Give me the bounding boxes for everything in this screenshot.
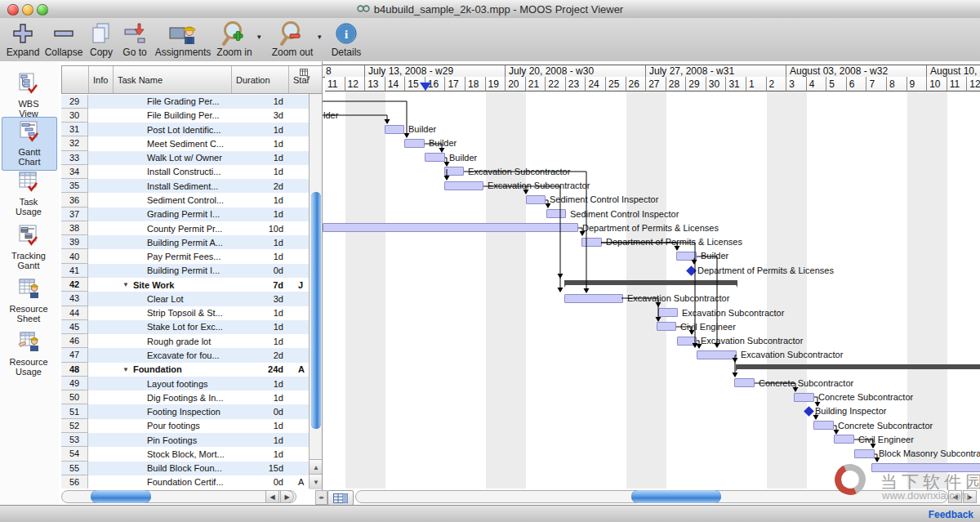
expand-button[interactable]: Expand bbox=[3, 20, 42, 60]
chart-scroll-right-arrow[interactable]: ▶ bbox=[963, 490, 977, 503]
current-date-marker-icon bbox=[420, 83, 431, 91]
table-row[interactable]: 49Layout footings1d bbox=[61, 377, 309, 390]
table-row[interactable]: 43Clear Lot3d bbox=[61, 292, 309, 306]
table-row[interactable]: 42▼Site Work7dJ bbox=[61, 278, 309, 292]
row-number: 51 bbox=[61, 404, 88, 418]
table-row[interactable]: 44Strip Topsoil & St...1d bbox=[61, 306, 309, 320]
cell-duration: 7d bbox=[231, 278, 288, 292]
table-vertical-scrollbar-thumb[interactable] bbox=[311, 192, 321, 429]
scroll-down-arrow[interactable]: ▼ bbox=[310, 474, 322, 489]
zoom-out-button[interactable]: Zoom out bbox=[269, 20, 316, 60]
zoom-in-icon bbox=[220, 20, 248, 47]
column-header-duration[interactable]: Duration bbox=[232, 66, 289, 93]
dependency-lines bbox=[323, 91, 980, 489]
table-row[interactable]: 30File Building Per...3d bbox=[61, 109, 309, 123]
table-row[interactable]: 53Pin Footings1d bbox=[61, 433, 309, 447]
copy-button[interactable]: Copy bbox=[84, 20, 118, 60]
cell-start bbox=[288, 320, 309, 334]
table-row[interactable]: 38County Permit Pr...10d bbox=[61, 221, 309, 235]
view-sidebar: WBSViewGanttChartTaskUsageTrackingGanttR… bbox=[0, 61, 60, 505]
table-row[interactable]: 40Pay Permit Fees...1d bbox=[61, 249, 309, 263]
table-row[interactable]: 54Stock Block, Mort...1d bbox=[61, 447, 309, 461]
table-row[interactable]: 50Dig Footings & In...1d bbox=[61, 390, 309, 404]
cell-start bbox=[288, 306, 309, 320]
collapse-button[interactable]: Collapse bbox=[42, 20, 85, 60]
table-row[interactable]: 37Grading Permit I...1d bbox=[61, 207, 309, 221]
sidebar-item-resource-usage[interactable]: ResourceUsage bbox=[2, 328, 56, 376]
table-horizontal-scrollbar-thumb[interactable] bbox=[91, 490, 151, 503]
cell-start bbox=[288, 123, 309, 136]
svg-text:i: i bbox=[345, 28, 348, 41]
collapse-triangle-icon[interactable]: ▼ bbox=[122, 281, 129, 288]
row-number: 54 bbox=[61, 447, 88, 461]
sidebar-item-gantt-chart[interactable]: GanttChart bbox=[2, 117, 57, 171]
table-row[interactable]: 31Post Lot Identific...1d bbox=[61, 123, 309, 136]
chart-horizontal-scrollbar[interactable]: ◀ ▶ bbox=[323, 489, 980, 505]
timeline-week-label: August 03, 2008 - w32 bbox=[786, 65, 927, 78]
table-row[interactable]: 29File Grading Per...1d bbox=[61, 95, 309, 109]
row-number: 45 bbox=[61, 320, 88, 334]
task-table-pane: Info Task Name Duration Start 29File Gra… bbox=[59, 61, 322, 505]
column-header-task-name[interactable]: Task Name bbox=[114, 66, 232, 93]
feedback-link[interactable]: Feedback bbox=[929, 509, 973, 520]
table-row[interactable]: 36Sediment Control...1d bbox=[61, 193, 309, 207]
zoom-in-dropdown-arrow-icon[interactable]: ▾ bbox=[257, 33, 261, 41]
row-number: 33 bbox=[61, 151, 88, 165]
sidebar-item-task-usage[interactable]: TaskUsage bbox=[2, 167, 56, 216]
table-row[interactable]: 56Foundation Certif...0dA bbox=[61, 475, 309, 489]
table-row[interactable]: 33Walk Lot w/ Owner1d bbox=[61, 151, 309, 165]
cell-info bbox=[88, 320, 113, 334]
timeline-day-label: 26 bbox=[626, 77, 647, 91]
pane-splitter-handle[interactable]: ◂▸ bbox=[315, 490, 327, 505]
assignments-button[interactable]: Assignments bbox=[153, 20, 213, 60]
collapse-triangle-icon[interactable]: ▼ bbox=[122, 366, 129, 373]
table-row[interactable]: 39Building Permit A...1d bbox=[61, 235, 309, 249]
sidebar-item-tracking-gantt[interactable]: TrackingGantt bbox=[2, 221, 56, 270]
chart-horizontal-scrollbar-thumb[interactable] bbox=[631, 490, 721, 503]
cell-task-name: Strip Topsoil & St... bbox=[113, 306, 231, 320]
table-row[interactable]: 32Meet Sediment C...1d bbox=[61, 136, 309, 150]
table-row[interactable]: 45Stake Lot for Exc...1d bbox=[61, 320, 309, 334]
row-number: 47 bbox=[61, 348, 88, 362]
table-row[interactable]: 52Pour footings1d bbox=[61, 419, 309, 433]
wbs-view-icon bbox=[18, 73, 39, 97]
cell-start bbox=[288, 390, 309, 404]
scroll-up-arrow[interactable]: ▲ bbox=[310, 459, 322, 475]
cell-task-name: Stake Lot for Exc... bbox=[113, 320, 231, 334]
copy-icon bbox=[89, 20, 114, 47]
row-number: 32 bbox=[61, 136, 88, 150]
row-number: 39 bbox=[61, 235, 88, 249]
table-row[interactable]: 41Building Permit I...0d bbox=[61, 264, 309, 278]
column-header-info[interactable]: Info bbox=[89, 66, 114, 93]
cell-duration: 1d bbox=[231, 95, 288, 109]
sidebar-item-resource-sheet[interactable]: ResourceSheet bbox=[2, 274, 56, 323]
table-row[interactable]: 35Install Sediment...2d bbox=[61, 179, 309, 193]
chart-scroll-left-arrow[interactable]: ◀ bbox=[948, 490, 962, 503]
task-usage-icon bbox=[18, 171, 39, 195]
details-button[interactable]: iDetails bbox=[325, 20, 368, 60]
toolbar-button-label: Expand bbox=[7, 47, 40, 58]
zoom-out-dropdown-arrow-icon[interactable]: ▾ bbox=[318, 33, 322, 41]
zoom-in-button[interactable]: Zoom in bbox=[213, 20, 256, 60]
table-scroll-left-arrow[interactable]: ◀ bbox=[265, 490, 279, 503]
sidebar-item-wbs-view[interactable]: WBSView bbox=[2, 69, 56, 118]
timeline-day-label: 1 bbox=[746, 77, 767, 91]
cell-duration: 1d bbox=[231, 235, 288, 249]
cell-info bbox=[88, 377, 113, 390]
table-row[interactable]: 55Build Block Foun...15d bbox=[61, 462, 309, 475]
table-horizontal-scrollbar[interactable]: ◀ ▶ bbox=[61, 489, 306, 505]
table-row[interactable]: 48▼Foundation24dA bbox=[61, 363, 309, 377]
table-vertical-scrollbar[interactable]: ▲ ▼ bbox=[309, 94, 322, 489]
cell-start bbox=[288, 348, 309, 362]
cell-duration: 1d bbox=[231, 419, 288, 433]
table-row[interactable]: 47Excavate for fou...2d bbox=[61, 348, 309, 362]
column-header-rownum bbox=[62, 66, 89, 93]
column-chooser-icon[interactable] bbox=[300, 67, 310, 82]
goto-button[interactable]: Go to bbox=[118, 20, 152, 60]
table-row[interactable]: 46Rough grade lot1d bbox=[61, 334, 309, 348]
table-scroll-right-arrow[interactable]: ▶ bbox=[280, 490, 294, 503]
table-row[interactable]: 34Install Constructi...1d bbox=[61, 165, 309, 179]
cell-duration: 0d bbox=[231, 264, 288, 278]
table-row[interactable]: 51Footing Inspection0d bbox=[61, 404, 309, 418]
show-table-button[interactable] bbox=[327, 490, 354, 505]
